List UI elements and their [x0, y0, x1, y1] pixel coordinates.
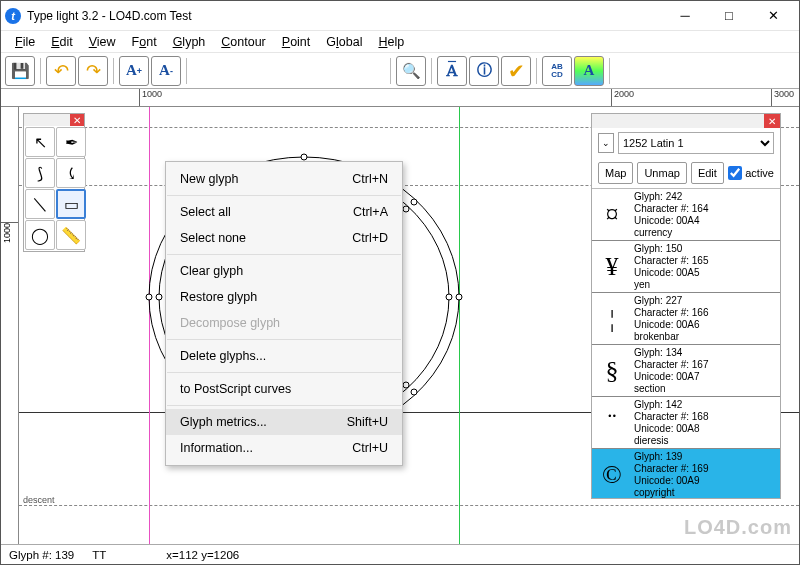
glyph-meta: Glyph: 150Character #: 165Unicode: 00A5y… — [632, 241, 780, 292]
horizontal-ruler: 1000 2000 3000 — [1, 89, 799, 107]
ruler-tick: 3000 — [771, 89, 794, 106]
menu-bar: File Edit View Font Glyph Contour Point … — [1, 31, 799, 53]
vruler-tick: 1000 — [1, 222, 18, 245]
svg-point-17 — [411, 199, 417, 205]
status-curve-type: TT — [92, 549, 106, 561]
unmap-button[interactable]: Unmap — [637, 162, 686, 184]
glyph-preview: ¥ — [592, 241, 632, 292]
zoom-button[interactable]: 🔍 — [396, 56, 426, 86]
glyph-menu-dropdown: New glyphCtrl+NSelect allCtrl+ASelect no… — [165, 161, 403, 466]
info-button[interactable]: ⓘ — [469, 56, 499, 86]
direction-toggle-button[interactable]: A̅ — [437, 56, 467, 86]
menu-item[interactable]: Glyph metrics...Shift+U — [166, 409, 402, 435]
undo-button[interactable]: ↶ — [46, 56, 76, 86]
svg-point-23 — [403, 382, 409, 388]
active-checkbox[interactable]: active — [728, 166, 774, 180]
menu-view[interactable]: View — [81, 33, 124, 51]
status-bar: Glyph #: 139 TT x=112 y=1206 — [1, 544, 799, 564]
glyph-preview: ¤ — [592, 189, 632, 240]
menu-item: Decompose glyph — [166, 310, 402, 336]
menu-file[interactable]: File — [7, 33, 43, 51]
glyph-meta: Glyph: 139Character #: 169Unicode: 00A9c… — [632, 449, 780, 498]
menu-item[interactable]: New glyphCtrl+N — [166, 166, 402, 192]
menu-font[interactable]: Font — [124, 33, 165, 51]
svg-point-21 — [403, 206, 409, 212]
glyph-meta: Glyph: 227Character #: 166Unicode: 00A6b… — [632, 293, 780, 344]
close-button[interactable]: ✕ — [751, 1, 795, 31]
glyph-list-item[interactable]: ¥Glyph: 150Character #: 165Unicode: 00A5… — [592, 241, 780, 293]
color-text-button[interactable]: A — [574, 56, 604, 86]
panel-header[interactable]: ✕ — [592, 114, 780, 128]
glyph-preview: ¨ — [592, 397, 632, 448]
glyph-meta: Glyph: 142Character #: 168Unicode: 00A8d… — [632, 397, 780, 448]
ruler-tick: 2000 — [611, 89, 634, 106]
menu-item[interactable]: Restore glyph — [166, 284, 402, 310]
tool-palette-header[interactable]: ✕ — [24, 114, 84, 126]
menu-item[interactable]: to PostScript curves — [166, 376, 402, 402]
status-coordinates: x=112 y=1206 — [166, 549, 239, 561]
arrow-icon[interactable]: ↖ — [25, 127, 55, 157]
line-tool-icon[interactable]: ＼ — [25, 189, 55, 219]
glyph-list-item[interactable]: ¤Glyph: 242Character #: 164Unicode: 00A4… — [592, 189, 780, 241]
edit-button[interactable]: Edit — [691, 162, 724, 184]
status-glyph-number: Glyph #: 139 — [9, 549, 74, 561]
toolbar: 💾 ↶ ↷ A+ A- 🔍 A̅ ⓘ ✔ ABCD A — [1, 53, 799, 89]
workspace: 1000 descent — [1, 107, 799, 544]
decrease-size-button[interactable]: A- — [151, 56, 181, 86]
window-title: Type light 3.2 - LO4D.com Test — [27, 9, 192, 23]
title-bar: t Type light 3.2 - LO4D.com Test ─ □ ✕ — [1, 1, 799, 31]
glyph-meta: Glyph: 242Character #: 164Unicode: 00A4c… — [632, 189, 780, 240]
menu-item[interactable]: Information...Ctrl+U — [166, 435, 402, 461]
ruler-tick: 1000 — [139, 89, 162, 106]
menu-contour[interactable]: Contour — [213, 33, 273, 51]
ellipse-tool-icon[interactable]: ◯ — [25, 220, 55, 250]
glyph-list-panel: ✕ ⌄ 1252 Latin 1 Map Unmap Edit active ¤… — [591, 113, 781, 499]
svg-point-2 — [301, 154, 307, 160]
curve-tool-icon[interactable]: ⟆ — [25, 158, 55, 188]
close-icon[interactable]: ✕ — [764, 114, 780, 128]
svg-point-4 — [146, 294, 152, 300]
menu-point[interactable]: Point — [274, 33, 319, 51]
maximize-button[interactable]: □ — [707, 1, 751, 31]
svg-point-19 — [411, 389, 417, 395]
descent-line — [19, 505, 799, 506]
menu-glyph[interactable]: Glyph — [165, 33, 214, 51]
redo-button[interactable]: ↷ — [78, 56, 108, 86]
menu-help[interactable]: Help — [370, 33, 412, 51]
validate-button[interactable]: ✔ — [501, 56, 531, 86]
glyph-list-item[interactable]: ©Glyph: 139Character #: 169Unicode: 00A9… — [592, 449, 780, 498]
glyph-meta: Glyph: 134Character #: 167Unicode: 00A7s… — [632, 345, 780, 396]
pen-icon[interactable]: ✒ — [56, 127, 86, 157]
rect-tool-icon[interactable]: ▭ — [56, 189, 86, 219]
glyph-preview: ¦ — [592, 293, 632, 344]
menu-item[interactable]: Clear glyph — [166, 258, 402, 284]
encoding-select[interactable]: 1252 Latin 1 — [618, 132, 774, 154]
menu-item[interactable]: Select allCtrl+A — [166, 199, 402, 225]
minimize-button[interactable]: ─ — [663, 1, 707, 31]
tool-palette: ✕ ↖✒⟆⤹＼▭◯📏 — [23, 113, 85, 252]
arc-tool-icon[interactable]: ⤹ — [56, 158, 86, 188]
glyph-preview: § — [592, 345, 632, 396]
svg-point-6 — [456, 294, 462, 300]
app-window: t Type light 3.2 - LO4D.com Test ─ □ ✕ F… — [0, 0, 800, 565]
menu-edit[interactable]: Edit — [43, 33, 81, 51]
measure-tool-icon[interactable]: 📏 — [56, 220, 86, 250]
svg-point-5 — [156, 294, 162, 300]
glyph-list-item[interactable]: §Glyph: 134Character #: 167Unicode: 00A7… — [592, 345, 780, 397]
menu-item[interactable]: Select noneCtrl+D — [166, 225, 402, 251]
chevron-down-icon[interactable]: ⌄ — [598, 133, 614, 153]
glyph-list-item[interactable]: ¨Glyph: 142Character #: 168Unicode: 00A8… — [592, 397, 780, 449]
save-button[interactable]: 💾 — [5, 56, 35, 86]
svg-point-7 — [446, 294, 452, 300]
menu-global[interactable]: Global — [318, 33, 370, 51]
glyph-list-item[interactable]: ¦Glyph: 227Character #: 166Unicode: 00A6… — [592, 293, 780, 345]
glyph-preview: © — [592, 449, 632, 498]
glyph-grid-button[interactable]: ABCD — [542, 56, 572, 86]
active-checkbox-input[interactable] — [728, 166, 742, 180]
map-button[interactable]: Map — [598, 162, 633, 184]
increase-size-button[interactable]: A+ — [119, 56, 149, 86]
app-icon: t — [5, 8, 21, 24]
descent-label: descent — [23, 495, 55, 505]
close-icon[interactable]: ✕ — [70, 114, 84, 126]
menu-item[interactable]: Delete glyphs... — [166, 343, 402, 369]
